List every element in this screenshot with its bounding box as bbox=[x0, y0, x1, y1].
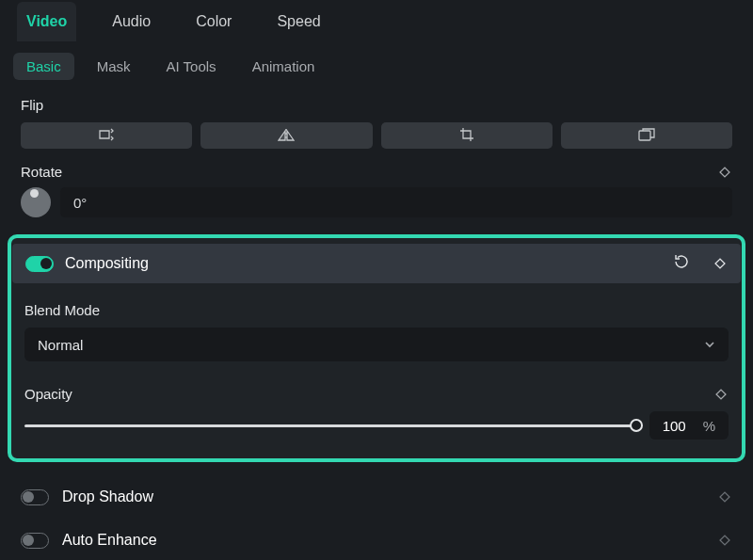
drop-shadow-toggle[interactable] bbox=[21, 489, 49, 505]
svg-rect-0 bbox=[639, 131, 650, 140]
blend-mode-value: Normal bbox=[38, 337, 83, 353]
blend-mode-dropdown[interactable]: Normal bbox=[24, 328, 729, 361]
tab-audio[interactable]: Audio bbox=[103, 2, 160, 41]
opacity-value: 100 bbox=[663, 418, 686, 434]
opacity-slider[interactable] bbox=[24, 424, 636, 427]
svg-rect-2 bbox=[715, 259, 725, 268]
background-button[interactable] bbox=[561, 122, 732, 149]
auto-enhance-label: Auto Enhance bbox=[62, 532, 704, 549]
auto-enhance-row: Auto Enhance bbox=[21, 519, 732, 560]
secondary-tabs: Basic Mask AI Tools Animation bbox=[0, 43, 753, 89]
bottom-rows: Drop Shadow Auto Enhance bbox=[0, 462, 753, 560]
compositing-header-icons bbox=[673, 253, 728, 274]
opacity-unit: % bbox=[703, 418, 715, 434]
drop-shadow-keyframe-icon[interactable] bbox=[717, 489, 732, 504]
compositing-keyframe-icon[interactable] bbox=[713, 256, 728, 271]
subtab-basic[interactable]: Basic bbox=[13, 53, 74, 80]
compositing-header: Compositing bbox=[12, 244, 741, 283]
drop-shadow-label: Drop Shadow bbox=[62, 488, 704, 505]
compositing-toggle[interactable] bbox=[25, 256, 54, 272]
svg-rect-5 bbox=[720, 536, 729, 545]
opacity-label: Opacity bbox=[24, 386, 72, 402]
flip-vertical-button[interactable] bbox=[200, 122, 372, 149]
rotate-label: Rotate bbox=[21, 164, 62, 180]
tab-speed[interactable]: Speed bbox=[267, 2, 329, 41]
chevron-down-icon bbox=[704, 337, 715, 353]
opacity-header: Opacity bbox=[24, 386, 729, 402]
compositing-label: Compositing bbox=[65, 255, 662, 272]
rotate-header: Rotate bbox=[21, 164, 732, 180]
flip-section: Flip Rotate 0° bbox=[0, 89, 753, 217]
opacity-value-box[interactable]: 100 % bbox=[649, 411, 729, 440]
flip-label: Flip bbox=[21, 97, 732, 113]
drop-shadow-row: Drop Shadow bbox=[21, 475, 732, 519]
subtab-mask[interactable]: Mask bbox=[84, 53, 144, 80]
compositing-panel: Compositing Blend Mode Normal Opacity bbox=[8, 234, 745, 462]
tab-color[interactable]: Color bbox=[186, 2, 241, 41]
crop-button[interactable] bbox=[381, 122, 553, 149]
subtab-animation[interactable]: Animation bbox=[239, 53, 328, 80]
opacity-slider-thumb[interactable] bbox=[630, 419, 643, 432]
reset-icon[interactable] bbox=[673, 253, 690, 274]
opacity-keyframe-icon[interactable] bbox=[713, 387, 729, 402]
flip-horizontal-icon bbox=[99, 128, 114, 144]
svg-rect-1 bbox=[720, 168, 729, 177]
rotate-knob[interactable] bbox=[21, 187, 51, 217]
primary-tabs: Video Audio Color Speed bbox=[0, 0, 753, 43]
flip-horizontal-button[interactable] bbox=[21, 122, 192, 149]
flip-button-row bbox=[21, 122, 732, 149]
crop-icon bbox=[459, 127, 474, 145]
flip-vertical-icon bbox=[278, 128, 295, 144]
svg-rect-3 bbox=[716, 390, 726, 399]
rotate-keyframe-icon[interactable] bbox=[717, 165, 732, 180]
subtab-ai-tools[interactable]: AI Tools bbox=[153, 53, 230, 80]
opacity-slider-row: 100 % bbox=[24, 411, 729, 440]
svg-rect-4 bbox=[720, 492, 729, 502]
rotate-value-input[interactable]: 0° bbox=[60, 187, 732, 217]
blend-mode-section: Blend Mode Normal Opacity 100 % bbox=[11, 283, 742, 440]
auto-enhance-toggle[interactable] bbox=[21, 533, 49, 549]
rotate-controls: 0° bbox=[21, 187, 732, 217]
background-icon bbox=[638, 128, 655, 144]
tab-video[interactable]: Video bbox=[17, 2, 76, 41]
auto-enhance-keyframe-icon[interactable] bbox=[717, 533, 732, 548]
blend-mode-label: Blend Mode bbox=[24, 302, 729, 318]
